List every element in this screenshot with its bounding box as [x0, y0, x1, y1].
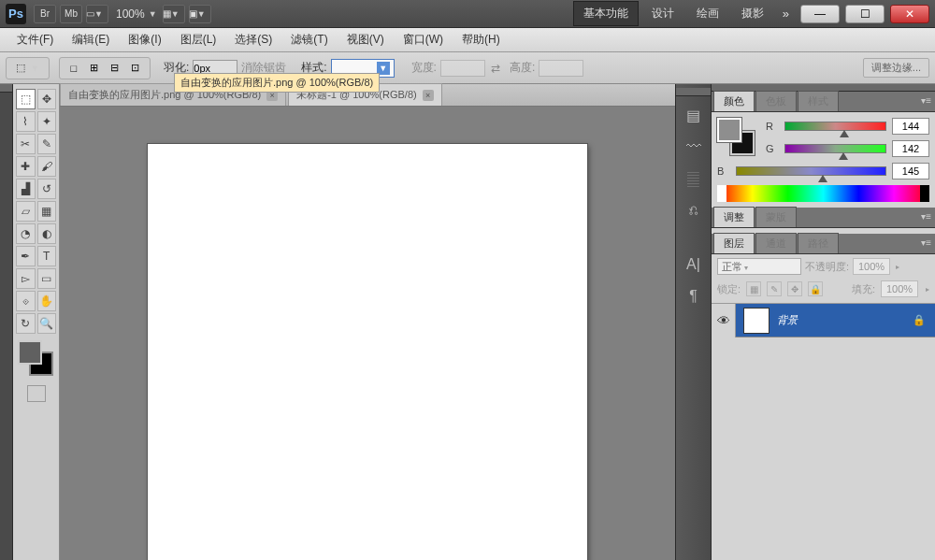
minimize-button[interactable]: —: [800, 5, 840, 23]
bridge-icon[interactable]: Br: [34, 5, 56, 23]
eyedropper-tool-icon[interactable]: ✎: [37, 134, 57, 154]
screen-mode-icon[interactable]: ▭▼: [86, 5, 108, 23]
r-value[interactable]: 144: [892, 118, 929, 135]
lock-move-icon[interactable]: ✥: [787, 281, 802, 296]
fill-input[interactable]: 100%: [881, 280, 918, 297]
color-spectrum[interactable]: [717, 185, 929, 202]
tab-color[interactable]: 颜色: [713, 91, 755, 111]
g-value[interactable]: 142: [892, 140, 929, 157]
left-dock-strip[interactable]: [0, 84, 13, 560]
color-swatch[interactable]: [16, 340, 57, 378]
width-label: 宽度:: [411, 60, 437, 76]
tool-preset[interactable]: ⬚▼: [6, 57, 50, 79]
workspace-design[interactable]: 设计: [642, 2, 683, 25]
stamp-tool-icon[interactable]: ▟: [16, 179, 36, 199]
menu-window[interactable]: 窗口(W): [394, 28, 453, 51]
type-tool-icon[interactable]: T: [37, 246, 57, 266]
layer-thumbnail[interactable]: [743, 308, 770, 334]
wand-tool-icon[interactable]: ✦: [37, 111, 57, 132]
3d-tool-icon[interactable]: ⟐: [16, 291, 36, 311]
paragraph-panel-icon[interactable]: ¶: [681, 283, 707, 309]
eraser-tool-icon[interactable]: ▱: [16, 201, 36, 222]
path-select-icon[interactable]: ▻: [16, 268, 36, 289]
zoom-level[interactable]: 100%: [116, 7, 145, 21]
tab-mask[interactable]: 蒙版: [755, 207, 797, 227]
workspace-essentials[interactable]: 基本功能: [573, 1, 639, 26]
zoom-tool-icon[interactable]: 🔍: [37, 313, 57, 334]
canvas-viewport[interactable]: [60, 107, 675, 560]
layer-name[interactable]: 背景: [777, 313, 913, 327]
lock-paint-icon[interactable]: ✎: [767, 281, 782, 296]
maximize-button[interactable]: ☐: [845, 5, 885, 23]
sel-add-icon[interactable]: ⊞: [86, 60, 103, 77]
menu-file[interactable]: 文件(F): [7, 28, 63, 51]
tab-styles[interactable]: 样式: [798, 91, 839, 111]
panel-menu-icon[interactable]: ▾≡: [921, 237, 931, 248]
blend-mode-select[interactable]: 正常▾: [717, 258, 801, 275]
layers-panel: 图层 通道 路径 ▾≡ 正常▾ 不透明度: 100%▸ 锁定: ▦ ✎ ✥ 🔒 …: [712, 234, 935, 560]
app-top-bar: Ps Br Mb ▭▼ 100%▼ ▦▼ ▣▼ 基本功能 设计 绘画 摄影 » …: [0, 0, 935, 28]
history-panel-icon[interactable]: ▤: [681, 102, 707, 128]
lasso-tool-icon[interactable]: ⌇: [16, 111, 36, 132]
history-brush-icon[interactable]: ↺: [37, 179, 57, 199]
fg-color-icon[interactable]: [18, 340, 42, 365]
close-button[interactable]: ✕: [890, 5, 929, 23]
hand-tool-icon[interactable]: ✋: [37, 291, 57, 311]
crop-tool-icon[interactable]: ✂: [16, 134, 36, 154]
opacity-input[interactable]: 100%: [853, 258, 890, 275]
workspace-photo[interactable]: 摄影: [732, 2, 773, 25]
brushes-panel-icon[interactable]: 𝄛: [681, 165, 707, 192]
move-tool-icon[interactable]: ✥: [37, 89, 57, 109]
panel-color-swatch[interactable]: [717, 118, 756, 157]
arrange-docs-icon[interactable]: ▦▼: [163, 5, 185, 23]
sel-new-icon[interactable]: □: [65, 60, 82, 77]
b-slider[interactable]: [736, 166, 886, 176]
brush-tool-icon[interactable]: 🖌: [37, 156, 57, 177]
marquee-tool-icon[interactable]: ⬚: [16, 89, 36, 109]
b-value[interactable]: 145: [892, 163, 929, 179]
layer-row[interactable]: 👁 背景 🔒: [712, 304, 935, 337]
r-slider[interactable]: [784, 122, 886, 131]
height-label: 高度:: [510, 60, 535, 76]
menu-help[interactable]: 帮助(H): [453, 28, 510, 51]
gradient-tool-icon[interactable]: ▦: [37, 201, 57, 222]
pen-tool-icon[interactable]: ✒: [16, 246, 36, 266]
options-bar: ⬚▼ □ ⊞ ⊟ ⊡ 羽化: 消除锯齿 样式: ▼ 宽度: ⇄ 高度: 调整边缘…: [0, 52, 935, 84]
lock-pixels-icon[interactable]: ▦: [746, 281, 761, 296]
panel-menu-icon[interactable]: ▾≡: [921, 211, 931, 222]
canvas[interactable]: [148, 144, 587, 560]
blur-tool-icon[interactable]: ◔: [16, 223, 36, 244]
tab-paths[interactable]: 路径: [798, 233, 839, 253]
tab-channels[interactable]: 通道: [755, 233, 797, 253]
quickmask-icon[interactable]: [27, 385, 46, 402]
character-panel-icon[interactable]: A|: [681, 251, 707, 278]
extras-icon[interactable]: ▣▼: [189, 5, 211, 23]
tab-layers[interactable]: 图层: [713, 233, 755, 253]
close-tab-icon[interactable]: ×: [423, 90, 434, 101]
g-slider[interactable]: [784, 144, 886, 153]
menu-select[interactable]: 选择(S): [225, 28, 281, 51]
sel-sub-icon[interactable]: ⊟: [107, 60, 123, 77]
menu-filter[interactable]: 滤镜(T): [281, 28, 337, 51]
menu-image[interactable]: 图像(I): [119, 28, 170, 51]
tab-swatches[interactable]: 色板: [755, 91, 797, 111]
clone-panel-icon[interactable]: ⎌: [681, 197, 707, 223]
visibility-toggle-icon[interactable]: 👁: [712, 304, 736, 337]
brush-panel-icon[interactable]: 〰: [681, 134, 707, 160]
menu-edit[interactable]: 编辑(E): [63, 28, 119, 51]
lock-all-icon[interactable]: 🔒: [808, 281, 823, 296]
shape-tool-icon[interactable]: ▭: [37, 268, 57, 289]
tab-adjust[interactable]: 调整: [713, 207, 755, 227]
workspace-painting[interactable]: 绘画: [687, 2, 728, 25]
rotate-view-icon[interactable]: ↻: [16, 313, 36, 334]
heal-tool-icon[interactable]: ✚: [16, 156, 36, 177]
minibridge-icon[interactable]: Mb: [60, 5, 82, 23]
refine-edge-button[interactable]: 调整边缘...: [863, 58, 929, 78]
panel-menu-icon[interactable]: ▾≡: [921, 95, 931, 106]
menu-layer[interactable]: 图层(L): [171, 28, 226, 51]
dodge-tool-icon[interactable]: ◐: [37, 223, 57, 244]
chevron-down-icon[interactable]: ▼: [149, 9, 157, 19]
sel-intersect-icon[interactable]: ⊡: [127, 60, 144, 77]
menu-view[interactable]: 视图(V): [338, 28, 394, 51]
more-workspaces[interactable]: »: [777, 7, 795, 21]
